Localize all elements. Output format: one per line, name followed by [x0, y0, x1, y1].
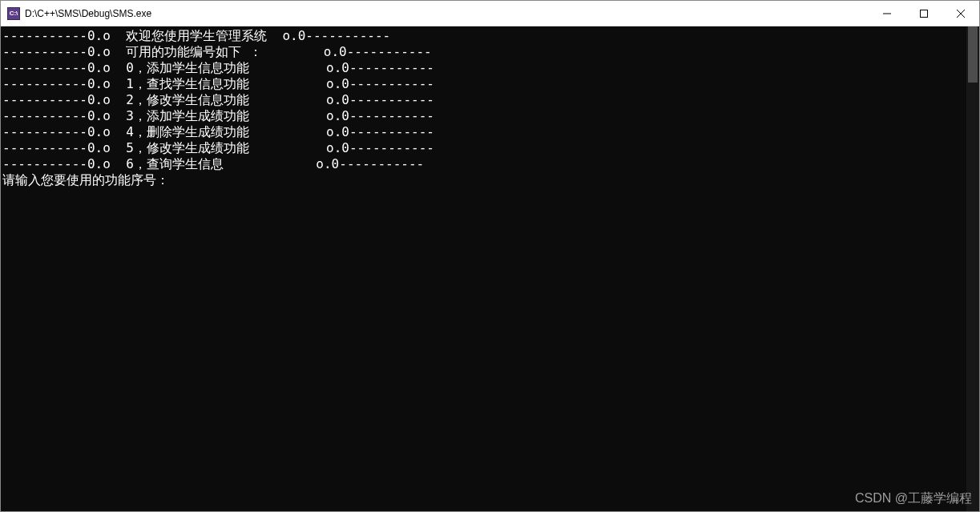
console-line: -----------0.o 可用的功能编号如下 ： o.0----------…: [2, 44, 966, 60]
close-icon: [957, 10, 965, 18]
maximize-icon: [920, 10, 928, 18]
window-title: D:\C++\SMS\Debug\SMS.exe: [25, 8, 869, 19]
console-output[interactable]: -----------0.o 欢迎您使用学生管理系统 o.0----------…: [1, 26, 966, 511]
app-icon-label: C:\: [10, 10, 18, 17]
console-line: -----------0.o 5，修改学生成绩功能 o.0-----------: [2, 140, 966, 156]
svg-rect-0: [921, 10, 928, 17]
console-line: -----------0.o 3，添加学生成绩功能 o.0-----------: [2, 108, 966, 124]
console-line: 请输入您要使用的功能序号：: [2, 172, 966, 188]
vertical-scrollbar[interactable]: [966, 26, 979, 511]
console-line: -----------0.o 6，查询学生信息 o.0-----------: [2, 156, 966, 172]
close-button[interactable]: [942, 1, 979, 26]
minimize-icon: [883, 10, 891, 18]
app-window: C:\ D:\C++\SMS\Debug\SMS.exe -----------…: [0, 0, 980, 512]
console-line: -----------0.o 2，修改学生信息功能 o.0-----------: [2, 92, 966, 108]
console-line: -----------0.o 0，添加学生信息功能 o.0-----------: [2, 60, 966, 76]
scrollbar-thumb[interactable]: [968, 26, 978, 83]
console-line: -----------0.o 1，查找学生信息功能 o.0-----------: [2, 76, 966, 92]
minimize-button[interactable]: [869, 1, 905, 26]
app-icon: C:\: [7, 7, 20, 20]
console-line: -----------0.o 欢迎您使用学生管理系统 o.0----------…: [2, 28, 966, 44]
titlebar[interactable]: C:\ D:\C++\SMS\Debug\SMS.exe: [1, 1, 979, 26]
console-area: -----------0.o 欢迎您使用学生管理系统 o.0----------…: [1, 26, 979, 511]
window-controls: [869, 1, 979, 26]
console-line: -----------0.o 4，删除学生成绩功能 o.0-----------: [2, 124, 966, 140]
maximize-button[interactable]: [905, 1, 942, 26]
